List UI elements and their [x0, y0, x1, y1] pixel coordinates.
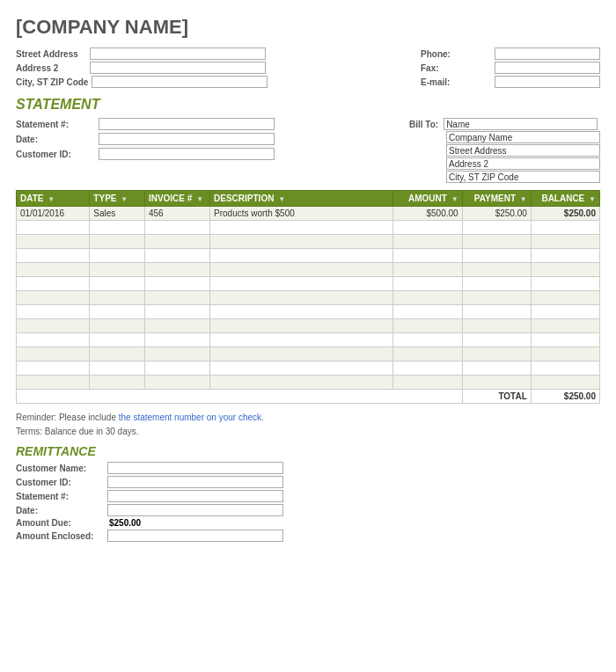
col-type[interactable]: TYPE ▼: [90, 191, 145, 207]
cell-payment: [462, 319, 531, 333]
cell-type: [90, 263, 145, 277]
cell-payment: [462, 362, 531, 376]
bill-to-street-row: Street Address: [446, 144, 600, 157]
header-section: Street Address Address 2 City, ST ZIP Co…: [16, 47, 600, 88]
remittance-date-input[interactable]: [107, 504, 283, 516]
amount-sort-icon: ▼: [451, 195, 458, 203]
customer-id-input[interactable]: [99, 148, 275, 160]
cell-payment: [462, 221, 531, 235]
cell-balance: [531, 333, 599, 347]
cell-payment: [462, 376, 531, 390]
cell-type: Sales: [90, 207, 145, 221]
cell-balance: [531, 249, 599, 263]
remittance-amount-enclosed-row: Amount Enclosed:: [16, 530, 600, 542]
cell-balance: [531, 319, 599, 333]
cell-type: [90, 221, 145, 235]
header-right: Phone: Fax: E-mail:: [421, 47, 600, 88]
remittance-date-row: Date:: [16, 504, 600, 516]
email-label: E-mail:: [421, 77, 491, 87]
bill-to-address2[interactable]: Address 2: [446, 157, 600, 170]
cell-amount: [393, 333, 462, 347]
cell-description: Products worth $500: [210, 207, 393, 221]
cell-balance: [531, 305, 599, 319]
remittance-amount-enclosed-input[interactable]: [107, 530, 283, 542]
statement-date-input[interactable]: [99, 133, 275, 145]
cell-balance: $250.00: [531, 207, 599, 221]
reminder-line1: Reminder: Please include the statement n…: [16, 411, 600, 425]
cell-invoice: [144, 235, 209, 249]
remittance-statement-input[interactable]: [107, 490, 283, 502]
reminder-link: the statement number on your check.: [119, 413, 264, 422]
cell-type: [90, 333, 145, 347]
remittance-amount-due-label: Amount Due:: [16, 518, 104, 528]
cell-amount: $500.00: [393, 207, 462, 221]
cell-date: [17, 221, 90, 235]
cell-type: [90, 362, 145, 376]
cell-amount: [393, 263, 462, 277]
address2-row: Address 2: [16, 62, 268, 74]
bill-to-company[interactable]: Company Name: [446, 131, 600, 143]
street-address-input[interactable]: [90, 47, 266, 60]
cell-payment: [462, 347, 531, 362]
col-payment[interactable]: PAYMENT ▼: [462, 191, 531, 207]
bill-to-section: Bill To: Name Company Name Street Addres…: [409, 118, 600, 183]
col-date[interactable]: DATE ▼: [17, 191, 90, 207]
table-row: [17, 305, 600, 319]
remittance-amount-due-value: $250.00: [107, 518, 141, 528]
fax-input[interactable]: [495, 62, 600, 74]
remittance-amount-enclosed-label: Amount Enclosed:: [16, 531, 104, 541]
address2-input[interactable]: [90, 62, 266, 74]
cell-description: [210, 291, 393, 305]
remittance-statement-label: Statement #:: [16, 492, 104, 501]
remittance-customer-name-row: Customer Name:: [16, 462, 600, 474]
payment-sort-icon: ▼: [520, 195, 527, 203]
cell-type: [90, 347, 145, 362]
cell-date: [17, 249, 90, 263]
cell-payment: $250.00: [462, 207, 531, 221]
cell-amount: [393, 221, 462, 235]
cell-amount: [393, 347, 462, 362]
cell-balance: [531, 221, 599, 235]
remittance-customer-id-input[interactable]: [107, 476, 283, 488]
city-input[interactable]: [92, 76, 268, 88]
cell-description: [210, 319, 393, 333]
customer-id-label: Customer ID:: [16, 150, 95, 159]
statement-number-input[interactable]: [99, 118, 275, 130]
remittance-title: REMITTANCE: [16, 444, 600, 458]
col-invoice[interactable]: INVOICE # ▼: [144, 191, 209, 207]
cell-type: [90, 249, 145, 263]
bill-to-name[interactable]: Name: [444, 118, 598, 130]
col-balance[interactable]: BALANCE ▼: [531, 191, 599, 207]
cell-description: [210, 249, 393, 263]
table-row: 01/01/2016 Sales 456 Products worth $500…: [17, 207, 600, 221]
bill-to-city[interactable]: City, ST ZIP Code: [446, 171, 600, 183]
email-input[interactable]: [495, 76, 600, 88]
statement-left: Statement #: Date: Customer ID:: [16, 118, 275, 183]
phone-input[interactable]: [495, 47, 600, 60]
cell-date: [17, 347, 90, 362]
cell-type: [90, 376, 145, 390]
cell-description: [210, 277, 393, 291]
email-row: E-mail:: [421, 76, 600, 88]
cell-type: [90, 277, 145, 291]
remittance-section: Customer Name: Customer ID: Statement #:…: [16, 462, 600, 542]
statement-title: STATEMENT: [16, 97, 600, 113]
date-sort-icon: ▼: [48, 195, 55, 203]
cell-date: [17, 333, 90, 347]
cell-date: [17, 291, 90, 305]
remittance-customer-name-input[interactable]: [107, 462, 283, 474]
bill-to-street[interactable]: Street Address: [446, 144, 600, 157]
total-spacer: [17, 390, 463, 404]
bill-to-address2-row: Address 2: [446, 157, 600, 170]
col-description[interactable]: DESCRIPTION ▼: [210, 191, 393, 207]
cell-date: [17, 376, 90, 390]
cell-balance: [531, 347, 599, 362]
reminder-section: Reminder: Please include the statement n…: [16, 411, 600, 439]
cell-balance: [531, 362, 599, 376]
col-amount[interactable]: AMOUNT ▼: [393, 191, 462, 207]
cell-invoice: [144, 333, 209, 347]
table-row: [17, 333, 600, 347]
table-row: [17, 362, 600, 376]
bill-to-company-row: Company Name: [446, 131, 600, 143]
statement-section: Statement #: Date: Customer ID: Bill To:…: [16, 118, 600, 183]
